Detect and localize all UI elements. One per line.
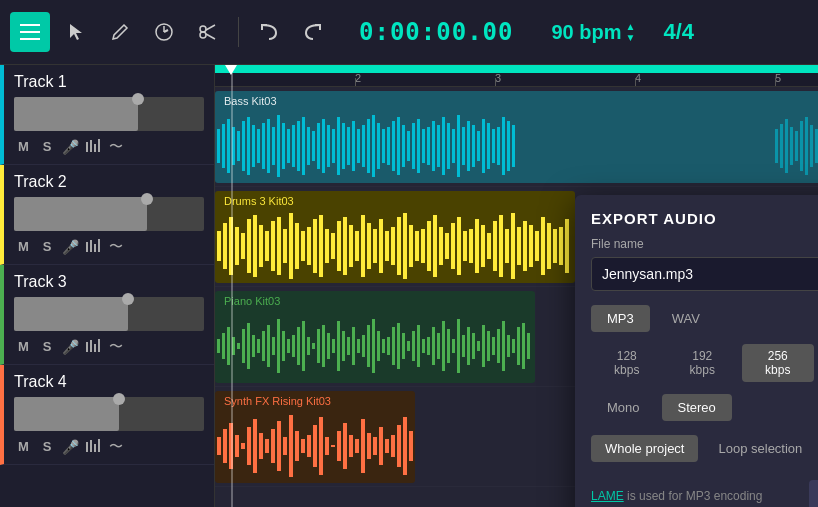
- scope-loop-button[interactable]: Loop selection: [704, 435, 816, 462]
- track-volume-3[interactable]: [14, 297, 204, 331]
- export-button[interactable]: Export: [809, 480, 818, 507]
- redo-button[interactable]: [295, 14, 331, 50]
- svg-rect-112: [247, 219, 251, 273]
- wave-icon-4[interactable]: 〜: [109, 438, 123, 456]
- waveform-2: [215, 209, 575, 283]
- svg-rect-151: [481, 225, 485, 267]
- waveform-4: [215, 409, 415, 483]
- clip-2[interactable]: Drums 3 Kit03: [215, 191, 575, 283]
- svg-rect-236: [432, 327, 435, 365]
- eq-icon-1[interactable]: [85, 138, 103, 155]
- undo-button[interactable]: [251, 14, 287, 50]
- svg-rect-162: [547, 223, 551, 269]
- svg-rect-255: [527, 333, 530, 359]
- scope-whole-button[interactable]: Whole project: [591, 435, 698, 462]
- svg-rect-229: [397, 323, 400, 369]
- svg-rect-218: [342, 331, 345, 361]
- select-tool-button[interactable]: [58, 14, 94, 50]
- bpm-arrows[interactable]: ▲▼: [626, 21, 636, 43]
- svg-rect-38: [312, 131, 315, 161]
- metronome-button[interactable]: [146, 14, 182, 50]
- mic-icon-2[interactable]: 🎤: [62, 239, 79, 255]
- svg-rect-283: [217, 437, 221, 455]
- eq-icon-3[interactable]: [85, 338, 103, 355]
- track-row-1: Bass Kit03: [215, 87, 818, 187]
- svg-rect-61: [427, 127, 430, 165]
- svg-rect-135: [385, 231, 389, 261]
- clip-1[interactable]: Bass Kit03: [215, 91, 818, 183]
- svg-rect-286: [235, 435, 239, 457]
- svg-rect-122: [307, 227, 311, 265]
- format-mp3-button[interactable]: MP3: [591, 305, 650, 332]
- svg-rect-142: [427, 221, 431, 271]
- svg-rect-220: [352, 327, 355, 365]
- track-controls-4: M S 🎤 〜: [14, 437, 204, 456]
- svg-point-2: [200, 32, 206, 38]
- svg-rect-240: [452, 339, 455, 353]
- svg-rect-123: [313, 219, 317, 273]
- mic-icon-3[interactable]: 🎤: [62, 339, 79, 355]
- track-name-1: Track 1: [14, 73, 204, 91]
- svg-rect-108: [223, 223, 227, 269]
- mic-icon-1[interactable]: 🎤: [62, 139, 79, 155]
- scissors-button[interactable]: [190, 14, 226, 50]
- svg-rect-130: [355, 231, 359, 261]
- eq-icon-2[interactable]: [85, 238, 103, 255]
- solo-btn-1[interactable]: S: [39, 137, 56, 156]
- file-name-input[interactable]: [591, 257, 818, 291]
- svg-rect-16: [90, 440, 92, 452]
- svg-rect-7: [86, 242, 88, 252]
- wave-icon-2[interactable]: 〜: [109, 238, 123, 256]
- svg-rect-118: [283, 229, 287, 263]
- svg-rect-298: [307, 435, 311, 457]
- svg-rect-243: [467, 327, 470, 365]
- svg-rect-209: [297, 327, 300, 365]
- mute-btn-3[interactable]: M: [14, 337, 33, 356]
- mute-btn-2[interactable]: M: [14, 237, 33, 256]
- track-volume-1[interactable]: [14, 97, 204, 131]
- bitrate-group: 128 kbps 192 kbps 256 kbps 320 kbps: [591, 344, 818, 382]
- svg-rect-64: [442, 117, 445, 175]
- solo-btn-4[interactable]: S: [39, 437, 56, 456]
- svg-rect-24: [242, 121, 245, 171]
- bitrate-192-button[interactable]: 192 kbps: [667, 344, 739, 382]
- svg-rect-126: [331, 233, 335, 259]
- format-wav-button[interactable]: WAV: [656, 305, 716, 332]
- track-volume-2[interactable]: [14, 197, 204, 231]
- mute-btn-4[interactable]: M: [14, 437, 33, 456]
- clip-3[interactable]: Piano Kit03: [215, 291, 535, 383]
- bitrate-256-button[interactable]: 256 kbps: [742, 344, 814, 382]
- wave-icon-3[interactable]: 〜: [109, 338, 123, 356]
- mic-icon-4[interactable]: 🎤: [62, 439, 79, 455]
- clip-4[interactable]: Synth FX Rising Kit03: [215, 391, 415, 483]
- svg-rect-36: [302, 117, 305, 175]
- eq-icon-4[interactable]: [85, 438, 103, 455]
- svg-rect-225: [377, 331, 380, 361]
- svg-rect-13: [94, 344, 96, 352]
- waveform-1: [215, 109, 818, 183]
- svg-rect-124: [319, 215, 323, 277]
- solo-btn-3[interactable]: S: [39, 337, 56, 356]
- solo-btn-2[interactable]: S: [39, 237, 56, 256]
- menu-button[interactable]: [10, 12, 50, 52]
- draw-tool-button[interactable]: [102, 14, 138, 50]
- wave-icon-1[interactable]: 〜: [109, 138, 123, 156]
- svg-rect-303: [337, 431, 341, 461]
- svg-rect-68: [462, 127, 465, 165]
- svg-rect-17: [94, 444, 96, 452]
- mute-btn-1[interactable]: M: [14, 137, 33, 156]
- track-controls-2: M S 🎤 〜: [14, 237, 204, 256]
- svg-rect-26: [252, 125, 255, 167]
- channel-stereo-button[interactable]: Stereo: [662, 394, 732, 421]
- svg-rect-297: [301, 439, 305, 453]
- svg-rect-133: [373, 229, 377, 263]
- svg-rect-194: [222, 333, 225, 359]
- svg-rect-128: [343, 217, 347, 275]
- svg-rect-132: [367, 223, 371, 269]
- svg-rect-214: [322, 325, 325, 367]
- lame-link[interactable]: LAME: [591, 489, 624, 503]
- bitrate-128-button[interactable]: 128 kbps: [591, 344, 663, 382]
- svg-rect-107: [217, 231, 221, 261]
- track-volume-4[interactable]: [14, 397, 204, 431]
- channel-mono-button[interactable]: Mono: [591, 394, 656, 421]
